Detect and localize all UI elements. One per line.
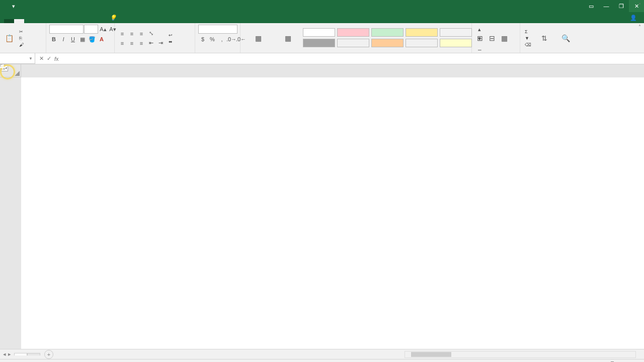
insert-icon: ⊞ bbox=[477, 34, 483, 42]
clear-button[interactable]: ⌫ bbox=[523, 42, 533, 48]
ribbon-options-icon[interactable]: ▭ bbox=[584, 0, 599, 12]
paste-button[interactable]: 📋 bbox=[3, 33, 16, 44]
sheet-tab-bar: ◂ ▸ + bbox=[0, 349, 644, 359]
qat-dropdown-icon[interactable]: ▾ bbox=[12, 3, 15, 10]
currency-icon[interactable]: $ bbox=[198, 35, 207, 44]
style-normal[interactable] bbox=[303, 28, 335, 37]
share-button[interactable]: 👤 bbox=[623, 13, 644, 23]
tab-developer[interactable] bbox=[85, 19, 95, 23]
font-name-select[interactable] bbox=[49, 25, 84, 34]
comma-icon[interactable]: , bbox=[217, 35, 226, 44]
orientation-icon[interactable]: ⤡ bbox=[146, 29, 155, 38]
merge-center-button[interactable]: ⬌ bbox=[167, 39, 174, 45]
style-bad[interactable] bbox=[337, 28, 369, 37]
expand-formula-bar-icon[interactable]: ˅ bbox=[637, 2, 642, 9]
insert-cells-button[interactable]: ⊞ bbox=[475, 33, 485, 44]
tab-home[interactable] bbox=[14, 19, 24, 23]
group-label bbox=[244, 52, 468, 53]
tab-data[interactable] bbox=[54, 19, 64, 23]
find-select-button[interactable]: 🔍 bbox=[556, 33, 575, 44]
ribbon: 📋 ✂ ⎘ 🖌 A▴ A▾ B I U ▦ bbox=[0, 23, 644, 53]
cancel-formula-icon[interactable]: ✕ bbox=[39, 55, 44, 62]
bold-button[interactable]: B bbox=[49, 35, 58, 44]
fill-color-button[interactable]: 🪣 bbox=[88, 35, 97, 44]
cell-grid[interactable] bbox=[21, 77, 644, 349]
scrollbar-thumb[interactable] bbox=[411, 352, 451, 357]
group-label bbox=[475, 52, 517, 53]
format-cells-button[interactable]: ▦ bbox=[499, 33, 510, 44]
autosum-button[interactable]: Σ bbox=[523, 29, 533, 35]
delete-cells-button[interactable]: ⊟ bbox=[487, 33, 497, 44]
increase-decimal-icon[interactable]: .0→ bbox=[227, 35, 236, 44]
group-number: $ % , .0→ .0← bbox=[195, 23, 240, 53]
insert-function-icon[interactable]: fx bbox=[54, 56, 59, 62]
align-top-icon[interactable]: ≡ bbox=[118, 29, 127, 38]
style-check-cell[interactable] bbox=[303, 39, 335, 47]
tab-formulas[interactable] bbox=[44, 19, 54, 23]
style-input[interactable] bbox=[371, 39, 404, 47]
cut-button[interactable]: ✂ bbox=[18, 29, 25, 35]
align-left-icon[interactable]: ≡ bbox=[118, 39, 127, 48]
tab-insert[interactable] bbox=[24, 19, 34, 23]
chevron-down-icon[interactable]: ▼ bbox=[29, 56, 33, 61]
align-center-icon[interactable]: ≡ bbox=[127, 39, 136, 48]
percent-icon[interactable]: % bbox=[208, 35, 217, 44]
group-label bbox=[3, 52, 43, 53]
style-linked-cell[interactable] bbox=[406, 39, 438, 47]
horizontal-scrollbar[interactable] bbox=[405, 351, 636, 358]
paste-options-button[interactable]: ▦▾ bbox=[0, 64, 8, 71]
underline-button[interactable]: U bbox=[68, 35, 77, 44]
minimize-button[interactable]: — bbox=[599, 0, 614, 12]
number-format-select[interactable] bbox=[198, 25, 237, 34]
new-sheet-button[interactable]: + bbox=[44, 350, 53, 359]
conditional-formatting-button[interactable]: ▦ bbox=[244, 33, 273, 44]
style-note[interactable] bbox=[440, 39, 472, 47]
wrap-text-button[interactable]: ↩ bbox=[167, 32, 174, 38]
collapse-ribbon-icon[interactable]: ˄ bbox=[637, 23, 642, 31]
decrease-indent-icon[interactable]: ⇤ bbox=[146, 39, 155, 48]
sheet-tab-advanced[interactable] bbox=[27, 353, 40, 355]
tab-view[interactable] bbox=[74, 19, 85, 23]
tab-team[interactable] bbox=[95, 19, 105, 23]
align-bottom-icon[interactable]: ≡ bbox=[137, 29, 146, 38]
column-headers bbox=[21, 64, 644, 77]
tab-review[interactable] bbox=[64, 19, 74, 23]
borders-button[interactable]: ▦ bbox=[78, 35, 87, 44]
group-label bbox=[523, 52, 581, 53]
copy-button[interactable]: ⎘ bbox=[18, 35, 25, 41]
format-as-table-button[interactable]: ▦ bbox=[275, 33, 301, 44]
font-size-select[interactable] bbox=[84, 25, 98, 34]
increase-font-icon[interactable]: A▴ bbox=[99, 25, 108, 34]
style-explanatory[interactable] bbox=[337, 39, 369, 47]
delete-icon: ⊟ bbox=[489, 34, 495, 42]
group-label bbox=[49, 52, 111, 53]
increase-indent-icon[interactable]: ⇥ bbox=[156, 39, 165, 48]
tell-me-search[interactable]: 💡 bbox=[105, 13, 122, 23]
ribbon-tabs: 💡 👤 bbox=[0, 12, 644, 23]
name-box[interactable]: ▼ bbox=[0, 53, 35, 64]
style-calculation[interactable] bbox=[440, 28, 472, 37]
sheet-tab-basic[interactable] bbox=[14, 353, 27, 355]
fill-button[interactable]: ▼ bbox=[523, 35, 533, 41]
align-middle-icon[interactable]: ≡ bbox=[127, 29, 136, 38]
format-painter-button[interactable]: 🖌 bbox=[18, 42, 25, 48]
style-good[interactable] bbox=[371, 28, 404, 37]
tab-nav-prev-icon[interactable]: ◂ bbox=[3, 351, 6, 357]
tab-page-layout[interactable] bbox=[34, 19, 44, 23]
style-neutral[interactable] bbox=[406, 28, 438, 37]
enter-formula-icon[interactable]: ✓ bbox=[47, 55, 51, 62]
sort-filter-button[interactable]: ⇅ bbox=[535, 33, 554, 44]
table-icon: ▦ bbox=[285, 34, 291, 42]
align-right-icon[interactable]: ≡ bbox=[137, 39, 146, 48]
group-editing: Σ ▼ ⌫ ⇅ 🔍 bbox=[520, 23, 584, 53]
tab-nav-next-icon[interactable]: ▸ bbox=[8, 351, 11, 357]
group-styles: ▦ ▦ ▴ ▾ ⎯ bbox=[240, 23, 472, 53]
font-color-button[interactable]: A bbox=[97, 35, 106, 44]
italic-button[interactable]: I bbox=[59, 35, 68, 44]
paste-icon: 📋 bbox=[5, 34, 14, 42]
group-label bbox=[198, 52, 237, 53]
sort-icon: ⇅ bbox=[541, 34, 547, 42]
maximize-button[interactable]: ❐ bbox=[614, 0, 629, 12]
tab-file[interactable] bbox=[4, 19, 14, 23]
formula-bar[interactable] bbox=[63, 53, 644, 64]
